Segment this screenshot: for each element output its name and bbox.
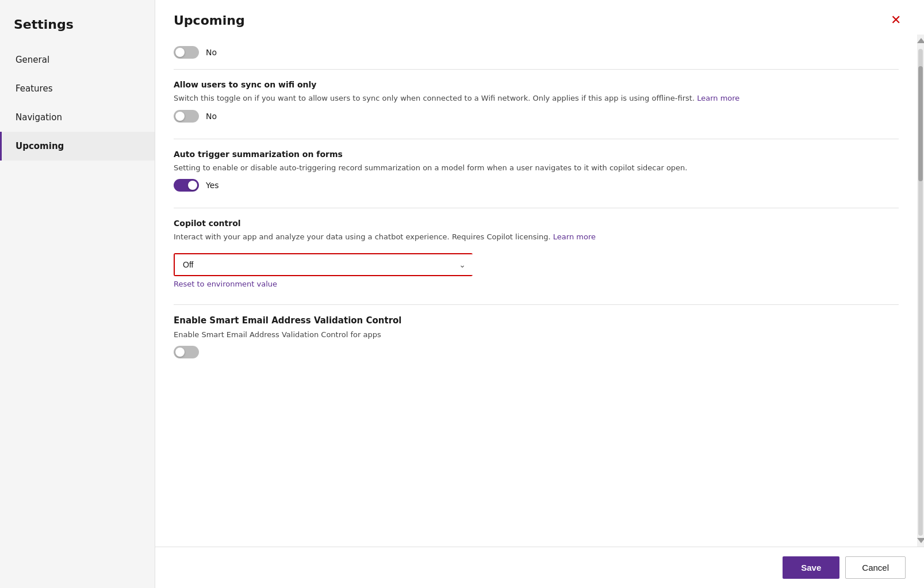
- copilot-section: Copilot control Interact with your app a…: [174, 219, 899, 288]
- close-button[interactable]: ✕: [886, 12, 906, 29]
- copilot-dropdown-wrapper: Off On Default ⌄: [174, 253, 473, 276]
- sidebar-item-navigation[interactable]: Navigation: [0, 103, 155, 132]
- smart-email-toggle-row: [174, 346, 899, 358]
- scrollbar: [917, 35, 924, 547]
- auto-trigger-section: Auto trigger summarization on forms Sett…: [174, 150, 899, 192]
- divider-1: [174, 69, 899, 70]
- smart-email-title: Enable Smart Email Address Validation Co…: [174, 315, 899, 326]
- content-area: No Allow users to sync on wifi only Swit…: [155, 35, 917, 547]
- scroll-thumb[interactable]: [918, 66, 923, 181]
- auto-trigger-toggle-label: Yes: [206, 181, 219, 190]
- auto-trigger-toggle[interactable]: [174, 179, 199, 192]
- scroll-down-arrow[interactable]: [917, 538, 924, 543]
- scroll-track: [918, 49, 923, 536]
- top-toggle-label: No: [206, 48, 217, 57]
- wifi-sync-title: Allow users to sync on wifi only: [174, 80, 899, 89]
- smart-email-desc: Enable Smart Email Address Validation Co…: [174, 329, 899, 341]
- smart-email-section: Enable Smart Email Address Validation Co…: [174, 315, 899, 359]
- wifi-sync-toggle-label: No: [206, 112, 217, 121]
- wifi-sync-toggle-row: No: [174, 110, 899, 123]
- sidebar-title: Settings: [0, 12, 155, 45]
- wifi-sync-toggle-track: [174, 110, 199, 123]
- scroll-up-arrow[interactable]: [917, 38, 924, 43]
- copilot-dropdown-container: Off On Default ⌄: [175, 254, 474, 275]
- wifi-sync-section: Allow users to sync on wifi only Switch …: [174, 80, 899, 123]
- sidebar-item-general[interactable]: General: [0, 45, 155, 74]
- auto-trigger-toggle-row: Yes: [174, 179, 899, 192]
- smart-email-toggle-thumb: [175, 348, 185, 357]
- save-button[interactable]: Save: [783, 556, 839, 579]
- wifi-sync-toggle-thumb: [175, 112, 185, 121]
- page-title: Upcoming: [174, 13, 245, 28]
- copilot-title: Copilot control: [174, 219, 899, 228]
- sidebar-item-features[interactable]: Features: [0, 74, 155, 103]
- auto-trigger-desc: Setting to enable or disable auto-trigge…: [174, 162, 899, 174]
- divider-2: [174, 139, 899, 139]
- sidebar-item-upcoming[interactable]: Upcoming: [0, 132, 155, 161]
- top-toggle[interactable]: [174, 46, 199, 59]
- sidebar: Settings General Features Navigation Upc…: [0, 0, 155, 588]
- reset-to-env-link[interactable]: Reset to environment value: [174, 280, 277, 288]
- auto-trigger-toggle-thumb: [188, 181, 197, 190]
- smart-email-toggle[interactable]: [174, 346, 199, 358]
- footer: Save Cancel: [155, 547, 924, 588]
- wifi-sync-desc: Switch this toggle on if you want to all…: [174, 93, 899, 104]
- main-header: Upcoming ✕: [155, 0, 924, 35]
- cancel-button[interactable]: Cancel: [845, 556, 906, 579]
- auto-trigger-title: Auto trigger summarization on forms: [174, 150, 899, 159]
- wifi-sync-learn-more[interactable]: Learn more: [697, 94, 739, 102]
- copilot-desc: Interact with your app and analyze your …: [174, 231, 899, 243]
- top-toggle-track: [174, 46, 199, 59]
- wifi-sync-toggle[interactable]: [174, 110, 199, 123]
- top-toggle-thumb: [175, 48, 185, 57]
- divider-3: [174, 208, 899, 208]
- main-panel: Upcoming ✕ No Allow users to sync on wif…: [155, 0, 924, 588]
- top-toggle-row: No: [174, 46, 899, 59]
- auto-trigger-toggle-track: [174, 179, 199, 192]
- scroll-wrapper: No Allow users to sync on wifi only Swit…: [155, 35, 924, 547]
- smart-email-toggle-track: [174, 346, 199, 358]
- copilot-learn-more[interactable]: Learn more: [553, 232, 596, 241]
- divider-4: [174, 304, 899, 305]
- copilot-dropdown[interactable]: Off On Default: [175, 254, 474, 275]
